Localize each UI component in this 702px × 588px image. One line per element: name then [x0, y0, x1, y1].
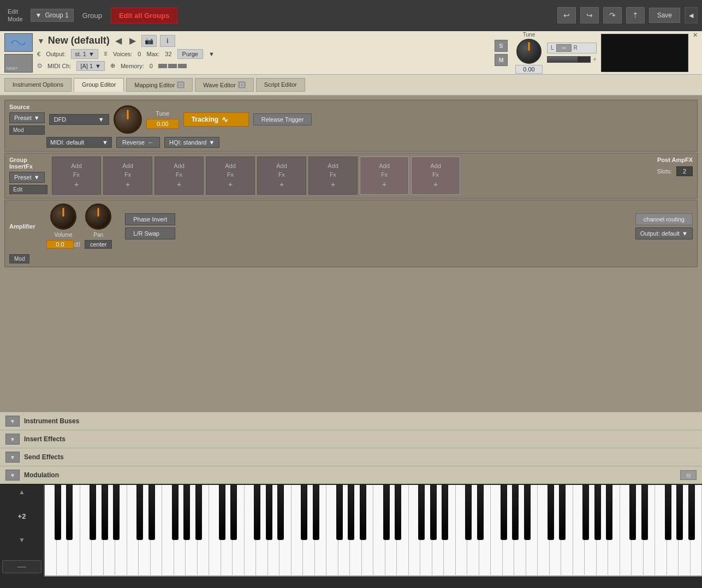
midi-dropdown[interactable]: [A] 1 ▼ [76, 61, 105, 71]
piano-key-white[interactable] [256, 485, 268, 577]
plus-button[interactable]: + [593, 56, 597, 63]
piano-key-white[interactable] [538, 485, 550, 577]
piano-key-white[interactable] [409, 485, 421, 577]
piano-key-white[interactable] [162, 485, 174, 577]
lr-swap-button[interactable]: L/R Swap [125, 227, 175, 239]
instrument-buses-arrow[interactable]: ▼ [5, 416, 20, 427]
piano-key-white[interactable] [57, 485, 69, 577]
instrument-buses-section[interactable]: ▼ Instrument Buses [0, 412, 702, 430]
m-button[interactable]: M [495, 54, 508, 66]
amp-mod-button[interactable]: Mod [9, 254, 29, 263]
piano-key-white[interactable] [385, 485, 397, 577]
group-dropdown[interactable]: ▼ Group 1 [31, 9, 74, 22]
purge-button[interactable]: Purge [177, 49, 203, 59]
forward-button[interactable]: ↷ [603, 7, 622, 23]
insert-effects-arrow[interactable]: ▼ [5, 434, 20, 445]
piano-key-white[interactable] [92, 485, 104, 577]
source-tune-input[interactable]: 0.00 [146, 119, 179, 129]
piano-key-white[interactable] [444, 485, 456, 577]
piano-key-white[interactable] [45, 485, 57, 577]
pitch-up-button[interactable]: ▲ [2, 488, 41, 496]
fx-slot-1[interactable]: Add Fx + [52, 157, 101, 195]
save-button[interactable]: Save [649, 8, 680, 23]
phase-invert-button[interactable]: Phase Invert [125, 213, 175, 225]
piano-key-white[interactable] [479, 485, 491, 577]
piano-key-white[interactable] [585, 485, 597, 577]
piano-key-white[interactable] [573, 485, 585, 577]
piano-key-white[interactable] [326, 485, 338, 577]
minus-button[interactable]: — [2, 560, 41, 573]
modulation-icon[interactable]: ⊟ [680, 470, 697, 480]
midi-select[interactable]: MIDI: default ▼ [46, 137, 112, 148]
volume-knob[interactable] [50, 203, 76, 230]
instrument-prev-button[interactable]: ◀ [113, 35, 124, 46]
hqi-select[interactable]: HQI: standard ▼ [164, 137, 219, 148]
export-button[interactable]: ⇡ [626, 7, 645, 23]
piano-key-white[interactable] [198, 485, 210, 577]
info-button[interactable]: i [160, 35, 175, 47]
output-select[interactable]: Output: default ▼ [635, 227, 693, 239]
piano-key-white[interactable] [397, 485, 409, 577]
piano-key-white[interactable] [315, 485, 327, 577]
piano-key-white[interactable] [373, 485, 385, 577]
piano-key-white[interactable] [303, 485, 315, 577]
piano-key-white[interactable] [80, 485, 92, 577]
fx-slot-6[interactable]: Add Fx + [308, 157, 358, 195]
piano-key-white[interactable] [221, 485, 233, 577]
instrument-sample-icon[interactable]: new× [4, 54, 33, 73]
reverse-button[interactable]: Reverse ← [116, 137, 160, 148]
piano-key-white[interactable] [644, 485, 656, 577]
piano-key-white[interactable] [526, 485, 538, 577]
fx-preset-button[interactable]: Preset ▼ [9, 172, 45, 183]
volume-slider[interactable] [547, 56, 591, 63]
fx-slot-8[interactable]: Add Fx + [411, 157, 460, 195]
instrument-expand-arrow[interactable]: ▼ [37, 37, 45, 45]
insert-effects-section[interactable]: ▼ Insert Effects [0, 430, 702, 448]
fx-slot-3[interactable]: Add Fx + [154, 157, 204, 195]
fx-slot-5[interactable]: Add Fx + [257, 157, 306, 195]
piano-key-white[interactable] [561, 485, 573, 577]
piano-key-white[interactable] [503, 485, 515, 577]
piano-key-white[interactable] [279, 485, 291, 577]
edit-all-groups-button[interactable]: Edit all Groups [111, 8, 177, 23]
piano-key-white[interactable] [597, 485, 609, 577]
fx-slot-2[interactable]: Add Fx + [103, 157, 152, 195]
redo-button[interactable]: ↪ [580, 7, 599, 23]
tab-instrument-options[interactable]: Instrument Options [4, 78, 72, 92]
source-preset-button[interactable]: Preset ▼ [9, 112, 45, 123]
fx-slot-4[interactable]: Add Fx + [206, 157, 255, 195]
tab-mapping-editor[interactable]: Mapping Editor ⊡ [126, 78, 193, 92]
piano-key-white[interactable] [550, 485, 562, 577]
tracking-button[interactable]: Tracking ∿ [183, 112, 249, 127]
piano-key-white[interactable] [691, 485, 703, 577]
piano-key-white[interactable] [467, 485, 479, 577]
main-tune-knob[interactable] [516, 39, 542, 64]
dfd-select[interactable]: DFD ▼ [49, 114, 109, 125]
piano-keys[interactable]: // Black key pattern: in 7 white keys (C… [44, 485, 702, 577]
piano-key-white[interactable] [68, 485, 80, 577]
fx-slot-7[interactable]: Add Fx + [360, 157, 409, 195]
send-effects-section[interactable]: ▼ Send Effects [0, 448, 702, 466]
piano-key-white[interactable] [514, 485, 526, 577]
piano-key-white[interactable] [456, 485, 468, 577]
piano-key-white[interactable] [233, 485, 245, 577]
piano-key-white[interactable] [291, 485, 304, 577]
collapse-arrow-button[interactable]: ◀ [685, 7, 698, 23]
channel-routing-button[interactable]: channel routing [635, 213, 693, 225]
instrument-next-button[interactable]: ▶ [127, 35, 138, 46]
piano-key-white[interactable] [632, 485, 644, 577]
fx-edit-button[interactable]: Edit [9, 185, 47, 194]
piano-key-white[interactable] [679, 485, 691, 577]
send-effects-arrow[interactable]: ▼ [5, 452, 20, 463]
piano-key-white[interactable] [127, 485, 139, 577]
piano-key-white[interactable] [655, 485, 667, 577]
undo-button[interactable]: ↩ [557, 7, 576, 23]
pan-knob[interactable] [85, 203, 111, 230]
piano-key-white[interactable] [667, 485, 679, 577]
tab-group-editor[interactable]: Group Editor [74, 78, 124, 92]
modulation-arrow[interactable]: ▼ [5, 470, 20, 481]
piano-key-white[interactable] [268, 485, 280, 577]
piano-key-white[interactable] [432, 485, 444, 577]
tab-wave-editor[interactable]: Wave Editor ⊡ [195, 78, 254, 92]
piano-key-white[interactable] [362, 485, 374, 577]
